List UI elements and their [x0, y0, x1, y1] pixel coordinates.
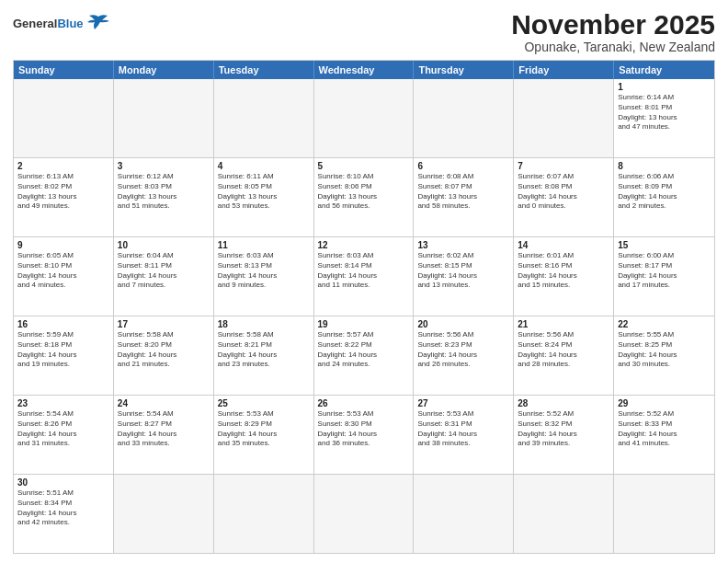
calendar-cell: [314, 475, 415, 553]
header-tuesday: Tuesday: [214, 61, 314, 79]
day-details: Sunrise: 6:02 AM Sunset: 8:15 PM Dayligh…: [417, 251, 509, 291]
calendar-cell: 3Sunrise: 6:12 AM Sunset: 8:03 PM Daylig…: [114, 158, 214, 236]
header-monday: Monday: [114, 61, 214, 79]
calendar-cell: [414, 475, 514, 553]
day-details: Sunrise: 5:56 AM Sunset: 8:23 PM Dayligh…: [417, 330, 509, 370]
subtitle: Opunake, Taranaki, New Zealand: [511, 40, 715, 54]
day-number: 16: [17, 319, 109, 329]
calendar-row-0: 1Sunrise: 6:14 AM Sunset: 8:01 PM Daylig…: [14, 79, 714, 158]
calendar-cell: 13Sunrise: 6:02 AM Sunset: 8:15 PM Dayli…: [414, 237, 514, 316]
day-details: Sunrise: 5:57 AM Sunset: 8:22 PM Dayligh…: [318, 330, 410, 370]
day-number: 2: [17, 161, 109, 171]
day-details: Sunrise: 6:01 AM Sunset: 8:16 PM Dayligh…: [518, 251, 609, 291]
day-number: 22: [618, 319, 711, 329]
day-number: 4: [218, 161, 310, 171]
day-number: 25: [218, 398, 310, 408]
calendar-cell: 8Sunrise: 6:06 AM Sunset: 8:09 PM Daylig…: [614, 158, 714, 236]
calendar-cell: [214, 475, 314, 553]
calendar-cell: 26Sunrise: 5:53 AM Sunset: 8:30 PM Dayli…: [314, 396, 415, 474]
day-details: Sunrise: 6:10 AM Sunset: 8:06 PM Dayligh…: [318, 172, 410, 212]
calendar-cell: 19Sunrise: 5:57 AM Sunset: 8:22 PM Dayli…: [314, 316, 415, 395]
day-details: Sunrise: 6:14 AM Sunset: 8:01 PM Dayligh…: [618, 93, 711, 132]
calendar-cell: 23Sunrise: 5:54 AM Sunset: 8:26 PM Dayli…: [14, 396, 114, 474]
calendar-cell: [514, 475, 614, 553]
day-details: Sunrise: 6:05 AM Sunset: 8:10 PM Dayligh…: [17, 251, 109, 291]
day-details: Sunrise: 5:53 AM Sunset: 8:29 PM Dayligh…: [218, 409, 310, 449]
calendar-cell: 30Sunrise: 5:51 AM Sunset: 8:34 PM Dayli…: [14, 475, 114, 553]
day-number: 6: [417, 161, 509, 171]
calendar-cell: 10Sunrise: 6:04 AM Sunset: 8:11 PM Dayli…: [114, 237, 214, 316]
logo-text: GeneralBlue: [13, 17, 84, 29]
header-sunday: Sunday: [14, 61, 114, 79]
day-number: 7: [518, 161, 609, 171]
day-details: Sunrise: 6:00 AM Sunset: 8:17 PM Dayligh…: [618, 251, 711, 291]
day-number: 17: [118, 319, 210, 329]
logo: GeneralBlue: [13, 9, 111, 33]
calendar-row-5: 30Sunrise: 5:51 AM Sunset: 8:34 PM Dayli…: [14, 475, 714, 553]
day-number: 20: [417, 319, 509, 329]
day-details: Sunrise: 5:56 AM Sunset: 8:24 PM Dayligh…: [518, 330, 609, 370]
calendar-cell: [314, 79, 415, 157]
day-details: Sunrise: 6:13 AM Sunset: 8:02 PM Dayligh…: [17, 172, 109, 212]
day-details: Sunrise: 5:54 AM Sunset: 8:26 PM Dayligh…: [17, 409, 109, 449]
calendar-cell: 22Sunrise: 5:55 AM Sunset: 8:25 PM Dayli…: [614, 316, 714, 395]
calendar-cell: [14, 79, 114, 157]
calendar-cell: 24Sunrise: 5:54 AM Sunset: 8:27 PM Dayli…: [114, 396, 214, 474]
header-saturday: Saturday: [614, 61, 714, 79]
calendar-cell: [614, 475, 714, 553]
calendar-cell: [414, 79, 514, 157]
day-details: Sunrise: 5:53 AM Sunset: 8:30 PM Dayligh…: [318, 409, 410, 449]
day-details: Sunrise: 5:58 AM Sunset: 8:21 PM Dayligh…: [218, 330, 310, 370]
calendar-cell: 7Sunrise: 6:07 AM Sunset: 8:08 PM Daylig…: [514, 158, 614, 236]
day-number: 12: [318, 240, 410, 250]
calendar-cell: [214, 79, 314, 157]
day-number: 14: [518, 240, 609, 250]
calendar-cell: [114, 79, 214, 157]
day-number: 5: [318, 161, 410, 171]
day-number: 9: [17, 240, 109, 250]
day-number: 24: [118, 398, 210, 408]
calendar-cell: 20Sunrise: 5:56 AM Sunset: 8:23 PM Dayli…: [414, 316, 514, 395]
header-friday: Friday: [514, 61, 614, 79]
calendar-cell: 16Sunrise: 5:59 AM Sunset: 8:18 PM Dayli…: [14, 316, 114, 395]
day-details: Sunrise: 6:12 AM Sunset: 8:03 PM Dayligh…: [118, 172, 210, 212]
calendar-cell: 9Sunrise: 6:05 AM Sunset: 8:10 PM Daylig…: [14, 237, 114, 316]
calendar-cell: 6Sunrise: 6:08 AM Sunset: 8:07 PM Daylig…: [414, 158, 514, 236]
day-number: 3: [118, 161, 210, 171]
calendar-cell: 12Sunrise: 6:03 AM Sunset: 8:14 PM Dayli…: [314, 237, 415, 316]
day-number: 21: [518, 319, 609, 329]
calendar-row-4: 23Sunrise: 5:54 AM Sunset: 8:26 PM Dayli…: [14, 396, 714, 475]
day-details: Sunrise: 5:51 AM Sunset: 8:34 PM Dayligh…: [17, 488, 109, 528]
day-details: Sunrise: 5:55 AM Sunset: 8:25 PM Dayligh…: [618, 330, 711, 370]
day-number: 29: [618, 398, 711, 408]
day-number: 26: [318, 398, 410, 408]
calendar-body: 1Sunrise: 6:14 AM Sunset: 8:01 PM Daylig…: [14, 79, 714, 553]
day-number: 11: [218, 240, 310, 250]
calendar-cell: 28Sunrise: 5:52 AM Sunset: 8:32 PM Dayli…: [514, 396, 614, 474]
calendar-row-3: 16Sunrise: 5:59 AM Sunset: 8:18 PM Dayli…: [14, 316, 714, 396]
day-details: Sunrise: 5:54 AM Sunset: 8:27 PM Dayligh…: [118, 409, 210, 449]
calendar-cell: 17Sunrise: 5:58 AM Sunset: 8:20 PM Dayli…: [114, 316, 214, 395]
calendar-cell: 2Sunrise: 6:13 AM Sunset: 8:02 PM Daylig…: [14, 158, 114, 236]
day-details: Sunrise: 6:03 AM Sunset: 8:14 PM Dayligh…: [318, 251, 410, 291]
header-thursday: Thursday: [414, 61, 514, 79]
day-details: Sunrise: 6:11 AM Sunset: 8:05 PM Dayligh…: [218, 172, 310, 212]
day-number: 23: [17, 398, 109, 408]
header: GeneralBlue November 2025 Opunake, Taran…: [13, 9, 715, 54]
calendar-cell: [114, 475, 214, 553]
logo-bird-icon: [85, 13, 111, 33]
calendar-cell: 4Sunrise: 6:11 AM Sunset: 8:05 PM Daylig…: [214, 158, 314, 236]
calendar-cell: 5Sunrise: 6:10 AM Sunset: 8:06 PM Daylig…: [314, 158, 415, 236]
day-details: Sunrise: 6:06 AM Sunset: 8:09 PM Dayligh…: [618, 172, 711, 212]
day-number: 10: [118, 240, 210, 250]
main-title: November 2025: [511, 9, 715, 40]
day-number: 15: [618, 240, 711, 250]
calendar-cell: 1Sunrise: 6:14 AM Sunset: 8:01 PM Daylig…: [614, 79, 714, 157]
day-number: 18: [218, 319, 310, 329]
calendar-row-1: 2Sunrise: 6:13 AM Sunset: 8:02 PM Daylig…: [14, 158, 714, 237]
day-details: Sunrise: 6:03 AM Sunset: 8:13 PM Dayligh…: [218, 251, 310, 291]
calendar-cell: 25Sunrise: 5:53 AM Sunset: 8:29 PM Dayli…: [214, 396, 314, 474]
day-details: Sunrise: 5:52 AM Sunset: 8:33 PM Dayligh…: [618, 409, 711, 449]
day-number: 13: [417, 240, 509, 250]
calendar-header: Sunday Monday Tuesday Wednesday Thursday…: [14, 61, 714, 79]
